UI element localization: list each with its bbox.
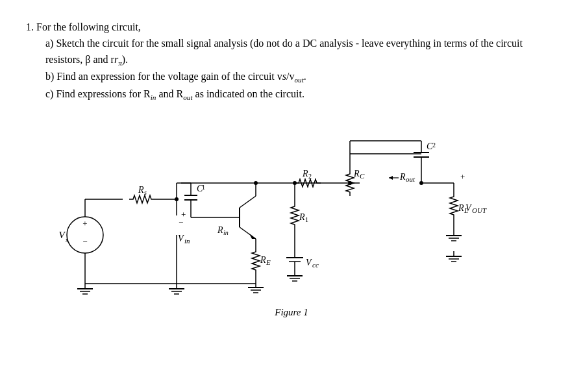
part-a-end: ). [122, 54, 128, 65]
circuit-svg: + − V s R s + C 1 [51, 115, 532, 303]
svg-point-76 [419, 181, 423, 185]
svg-point-57 [293, 181, 297, 185]
svg-text:s: s [66, 236, 68, 243]
svg-text:out: out [406, 175, 416, 183]
svg-text:2: 2 [432, 141, 436, 149]
svg-text:in: in [184, 237, 190, 245]
svg-text:1: 1 [305, 216, 308, 223]
svg-text:R: R [458, 203, 464, 213]
part-b-vout-sub: out [294, 71, 303, 82]
svg-text:+: + [460, 172, 465, 182]
svg-text:E: E [266, 258, 271, 266]
svg-line-34 [240, 196, 256, 208]
problem-number-line: 1. For the following circuit, [26, 19, 557, 36]
part-b-slash: /v [286, 71, 294, 82]
part-b-end: . [304, 71, 306, 82]
problem-number: 1. [26, 21, 34, 32]
svg-text:V: V [306, 258, 312, 267]
part-a-r-pi: rπ [114, 54, 122, 65]
svg-text:R: R [302, 169, 308, 178]
svg-text:2: 2 [308, 173, 312, 180]
svg-text:s: s [144, 189, 147, 196]
svg-marker-81 [389, 176, 393, 180]
svg-text:C: C [360, 172, 365, 180]
svg-text:R: R [299, 212, 305, 222]
figure-caption: Figure 1 [26, 307, 557, 318]
svg-text:−: − [82, 237, 87, 247]
svg-text:+: + [82, 219, 87, 228]
svg-text:V: V [465, 203, 472, 213]
part-a: a) Sketch the circuit for the small sign… [45, 36, 557, 69]
svg-text:R: R [138, 185, 144, 195]
part-c: c) Find expressions for Rin and Rout as … [45, 86, 557, 104]
part-b: b) Find an expression for the voltage ga… [45, 69, 557, 86]
figure-caption-text: Figure 1 [275, 307, 308, 317]
part-c-and: and R [156, 88, 183, 99]
svg-text:V: V [58, 230, 66, 240]
svg-text:R: R [260, 255, 266, 265]
part-b-label: b) [45, 71, 54, 82]
svg-text:V: V [178, 234, 184, 243]
part-b-text1: Find an expression for the voltage gain … [56, 71, 282, 82]
svg-text:−: − [179, 217, 183, 227]
svg-text:R: R [399, 172, 406, 182]
svg-text:cc: cc [312, 261, 319, 269]
problem-text: 1. For the following circuit, a) Sketch … [26, 19, 557, 103]
circuit-diagram: + − V s R s + C 1 [26, 115, 557, 303]
svg-text:in: in [223, 229, 229, 236]
part-c-label: c) [45, 88, 53, 99]
svg-text:R: R [217, 225, 223, 235]
part-c-text1: Find expressions for R [56, 88, 150, 99]
svg-text:OUT: OUT [472, 206, 487, 214]
part-c-end: as indicated on the circuit. [193, 88, 304, 99]
part-c-rout-sub: out [183, 88, 192, 99]
svg-text:1: 1 [202, 184, 205, 191]
svg-text:R: R [353, 169, 360, 178]
problem-intro: For the following circuit, [36, 21, 141, 32]
part-a-label: a) [45, 38, 53, 49]
